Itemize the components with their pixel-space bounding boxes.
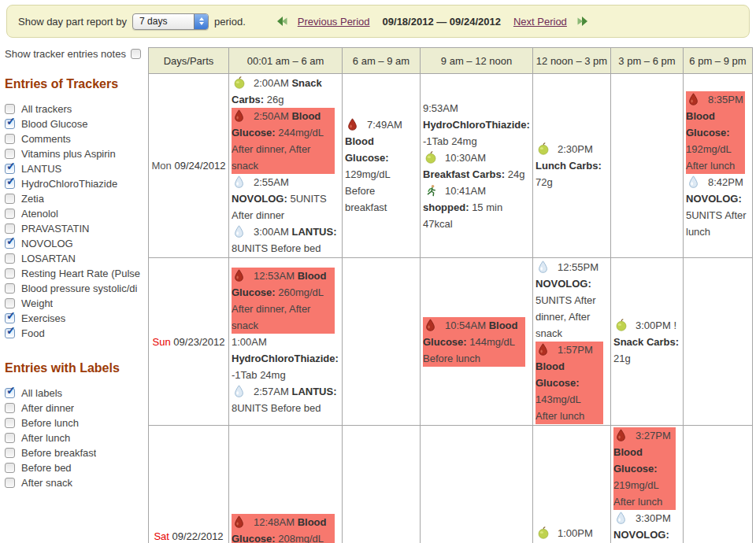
entry[interactable]: 7:49AM Blood Glucose: 129mg/dL Before br… [345, 116, 417, 216]
entry-time: 8:35PM [708, 94, 743, 105]
label-filter-item: After dinner [5, 401, 146, 416]
label-filter-checkbox[interactable] [5, 433, 15, 443]
report-table: Days/Parts00:01 am – 6 am6 am – 9 am9 am… [148, 47, 753, 543]
entry-value: 144mg/dL [469, 336, 514, 348]
label-filter-item: Before breakfast [5, 445, 146, 460]
notes-checkbox[interactable] [131, 49, 141, 59]
report-cell: 8:35PM Blood Glucose: 192mg/dL After lun… [684, 74, 753, 258]
tracker-label: LOSARTAN [21, 253, 76, 264]
report-cell: 3:27PM Blood Glucose: 219mg/dL After lun… [611, 426, 684, 543]
entry[interactable]: 3:00AM LANTUS: 8UNITS Before bed [232, 223, 339, 257]
column-header: 9 am – 12 noon [421, 48, 533, 74]
label-filter-checkbox[interactable] [5, 403, 15, 413]
tracker-checkbox[interactable] [5, 283, 15, 294]
entry[interactable]: 1:57PM Blood Glucose: 143mg/dL After lun… [536, 342, 603, 424]
check-icon: ✓ [6, 115, 16, 127]
entry[interactable]: 9:53AM HydroChloroThiazide: -1Tab 24mg [423, 100, 530, 150]
entry[interactable]: 3:30PM NOVOLOG: 5UNITS After lunch [613, 510, 680, 543]
entry-value: -1Tab 24mg [232, 369, 286, 381]
blood-drop-icon [537, 343, 550, 356]
tracker-checkbox[interactable] [5, 268, 15, 279]
tracker-checkbox[interactable]: ✓ [5, 179, 15, 189]
entry[interactable]: 2:00AM Snack Carbs: 26g [232, 75, 339, 108]
report-cell [421, 426, 533, 543]
entry[interactable]: 2:50AM Blood Glucose: 244mg/dL After din… [232, 108, 335, 174]
previous-period-link[interactable]: Previous Period [298, 16, 370, 28]
entry[interactable]: 1:00PM Lunch Carbs: 33g [536, 525, 608, 543]
entry-time: 10:41AM [445, 185, 486, 197]
tracker-checkbox[interactable] [5, 209, 15, 219]
labels-list: ✓All labelsAfter dinnerBefore lunchAfter… [5, 386, 146, 490]
tracker-checkbox[interactable] [5, 194, 15, 204]
apple-icon [233, 76, 246, 89]
day-date: 09/23/2012 [173, 336, 224, 348]
entry[interactable]: 2:57AM LANTUS: 8UNITS Before bed [232, 383, 339, 416]
tracker-checkbox[interactable]: ✓ [5, 238, 15, 249]
report-cell: 12:53AM Blood Glucose: 260mg/dL After di… [229, 258, 343, 426]
tracker-label: Exercises [21, 312, 65, 324]
entry-tracker-name: Blood Glucose: [686, 110, 730, 139]
entry[interactable]: 1:00AM HydroChloroThiazide: -1Tab 24mg [232, 334, 339, 383]
entry[interactable]: 2:30PM Lunch Carbs: 72g [536, 141, 608, 190]
blood-drop-icon [233, 269, 246, 282]
entry-tracker-name: HydroChloroThiazide: [423, 119, 530, 131]
next-arrow-icon[interactable] [576, 15, 589, 28]
entry[interactable]: 8:42PM NOVOLOG: 5UNITS After lunch [686, 174, 750, 240]
tracker-checkbox[interactable] [5, 298, 15, 308]
apple-icon [424, 151, 437, 164]
entry[interactable]: 10:41AM shopped: 15 min 47kcal [423, 183, 530, 232]
entry[interactable]: 10:30AM Breakfast Carbs: 24g [423, 150, 530, 183]
tracker-checkbox[interactable]: ✓ [5, 164, 15, 174]
injection-drop-icon [687, 175, 700, 188]
column-header: 6 pm – 9 pm [684, 48, 753, 74]
tracker-checkbox[interactable] [5, 223, 15, 234]
tracker-label: Resting Heart Rate (Pulse [21, 268, 140, 279]
tracker-item: ✓Blood Glucose [5, 116, 146, 131]
entry[interactable]: 3:00PM ! Snack Carbs: 21g [613, 317, 680, 367]
tracker-label: HydroChloroThiazide [21, 178, 117, 190]
entry[interactable]: 12:55PM NOVOLOG: 5UNITS After dinner, Af… [536, 259, 608, 342]
day-cell: Mon 09/24/2012 [149, 74, 229, 258]
tracker-label: Weight [21, 297, 53, 309]
tracker-item: ✓Exercises [5, 311, 146, 326]
next-period-link[interactable]: Next Period [513, 16, 567, 28]
entry[interactable]: 10:54AM Blood Glucose: 144mg/dL Before l… [423, 317, 525, 367]
entry-labels: After lunch [686, 160, 735, 172]
label-filter-checkbox[interactable] [5, 463, 15, 473]
tracker-label: LANTUS [21, 163, 61, 175]
label-filter-checkbox[interactable] [5, 448, 15, 458]
entry[interactable]: 12:48AM Blood Glucose: 208mg/dL After di… [232, 514, 335, 543]
tracker-checkbox[interactable] [5, 134, 15, 144]
previous-arrow-icon[interactable] [276, 15, 288, 28]
entry-labels: Before bed [271, 402, 321, 414]
label-filter-checkbox[interactable] [5, 478, 15, 488]
entry[interactable]: 8:35PM Blood Glucose: 192mg/dL After lun… [686, 91, 745, 174]
select-stepper-icon [194, 14, 208, 29]
tracker-checkbox[interactable]: ✓ [5, 119, 15, 129]
check-icon: ✓ [6, 309, 16, 322]
period-toolbar: Show day part report by 7 days period. P… [6, 5, 750, 38]
day-row: Sun 09/23/201212:53AM Blood Glucose: 260… [149, 258, 753, 426]
entry-value: 260mg/dL [278, 286, 323, 298]
tracker-checkbox[interactable] [5, 149, 15, 159]
label-filter-checkbox[interactable]: ✓ [5, 388, 15, 398]
entry[interactable]: 3:27PM Blood Glucose: 219mg/dL After lun… [613, 427, 676, 510]
tracker-checkbox[interactable]: ✓ [5, 328, 15, 338]
entry-tracker-name: Blood Glucose: [345, 135, 389, 164]
report-cell [684, 258, 753, 426]
entry-labels: After lunch [536, 410, 584, 422]
tracker-item: Atenolol [5, 206, 146, 221]
check-icon: ✓ [6, 175, 16, 187]
entry[interactable]: 2:55AM NOVOLOG: 5UNITS After dinner [232, 174, 339, 223]
tracker-label: Zetia [21, 193, 44, 205]
entry-time: 1:00PM [558, 527, 593, 539]
tracker-checkbox[interactable] [5, 253, 15, 264]
entry[interactable]: 12:53AM Blood Glucose: 260mg/dL After di… [232, 268, 335, 334]
tracker-item: LOSARTAN [5, 251, 146, 266]
tracker-checkbox[interactable]: ✓ [5, 313, 15, 323]
tracker-checkbox[interactable] [5, 104, 15, 114]
column-header: 3 pm – 6 pm [611, 48, 684, 74]
label-filter-checkbox[interactable] [5, 418, 15, 428]
period-length-select[interactable]: 7 days [132, 13, 209, 30]
entry-value: 5UNITS [290, 193, 326, 205]
